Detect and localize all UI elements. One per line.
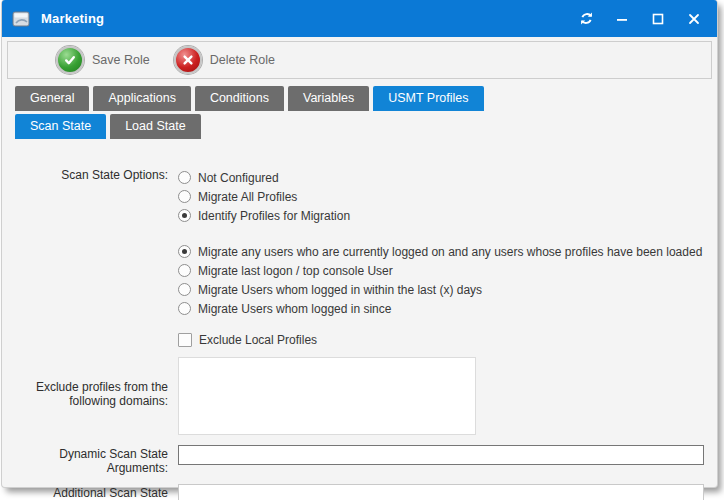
additional-args-label: Additional Scan State Arguments: <box>2 484 178 500</box>
maximize-button[interactable] <box>645 7 671 31</box>
scan-state-options-label: Scan State Options: <box>2 168 178 225</box>
close-icon <box>688 13 700 25</box>
radio-option-migrate-logged-on[interactable]: Migrate any users who are currently logg… <box>178 242 702 261</box>
toolbar: Save Role Delete Role <box>7 41 712 79</box>
exclude-domains-label: Exclude profiles from the following doma… <box>2 357 178 435</box>
dynamic-args-input[interactable] <box>178 445 704 465</box>
minimize-icon <box>616 13 628 25</box>
exclude-domains-row: Exclude profiles from the following doma… <box>2 357 717 435</box>
scan-state-form: Scan State Options: Not Configured Migra… <box>2 168 717 500</box>
save-role-button[interactable]: Save Role <box>56 46 150 74</box>
radio-icon <box>178 190 191 203</box>
radio-option-logged-in-since[interactable]: Migrate Users whom logged in since <box>178 299 702 318</box>
migrate-options-group: Migrate any users who are currently logg… <box>178 242 702 318</box>
tab-conditions[interactable]: Conditions <box>195 86 284 111</box>
window-controls <box>573 7 707 31</box>
maximize-icon <box>652 13 664 25</box>
tab-general[interactable]: General <box>15 86 89 111</box>
dialog-window: Marketing <box>2 0 717 487</box>
tab-applications[interactable]: Applications <box>93 86 190 111</box>
additional-args-input[interactable] <box>178 484 704 500</box>
delete-x-icon <box>174 46 202 74</box>
titlebar: Marketing <box>2 0 717 37</box>
close-button[interactable] <box>681 7 707 31</box>
tab-variables[interactable]: Variables <box>288 86 369 111</box>
delete-role-label: Delete Role <box>210 53 275 67</box>
dynamic-args-row: Dynamic Scan State Arguments: <box>2 445 717 475</box>
radio-option-last-x-days[interactable]: Migrate Users whom logged in within the … <box>178 280 702 299</box>
minimize-button[interactable] <box>609 7 635 31</box>
dynamic-args-label: Dynamic Scan State Arguments: <box>2 445 178 475</box>
refresh-icon <box>579 11 594 26</box>
window-title: Marketing <box>41 11 104 26</box>
radio-option-migrate-all-profiles[interactable]: Migrate All Profiles <box>178 187 350 206</box>
radio-option-not-configured[interactable]: Not Configured <box>178 168 350 187</box>
subtab-load-state[interactable]: Load State <box>110 114 200 139</box>
radio-icon <box>178 171 191 184</box>
radio-icon <box>178 302 191 315</box>
delete-role-button[interactable]: Delete Role <box>174 46 275 74</box>
tab-usmt-profiles[interactable]: USMT Profiles <box>373 86 483 111</box>
tab-bar: General Applications Conditions Variable… <box>15 86 717 111</box>
additional-args-row: Additional Scan State Arguments: <box>2 484 717 500</box>
radio-icon <box>178 209 191 222</box>
refresh-button[interactable] <box>573 7 599 31</box>
radio-option-last-logon[interactable]: Migrate last logon / top console User <box>178 261 702 280</box>
exclude-local-profiles-checkbox[interactable]: Exclude Local Profiles <box>178 330 317 349</box>
checkbox-icon <box>178 333 192 347</box>
exclude-local-profiles-row: Exclude Local Profiles <box>2 330 717 349</box>
radio-option-identify-profiles[interactable]: Identify Profiles for Migration <box>178 206 350 225</box>
scan-state-options-row: Scan State Options: Not Configured Migra… <box>2 168 717 225</box>
app-icon <box>12 10 32 28</box>
save-role-label: Save Role <box>92 53 150 67</box>
radio-icon <box>178 283 191 296</box>
subtab-bar: Scan State Load State <box>15 114 717 139</box>
primary-options-group: Not Configured Migrate All Profiles Iden… <box>178 168 350 225</box>
subtab-scan-state[interactable]: Scan State <box>15 114 106 139</box>
radio-icon <box>178 245 191 258</box>
migrate-options-row: Migrate any users who are currently logg… <box>2 242 717 318</box>
save-check-icon <box>56 46 84 74</box>
exclude-domains-textarea[interactable] <box>178 357 476 435</box>
radio-icon <box>178 264 191 277</box>
